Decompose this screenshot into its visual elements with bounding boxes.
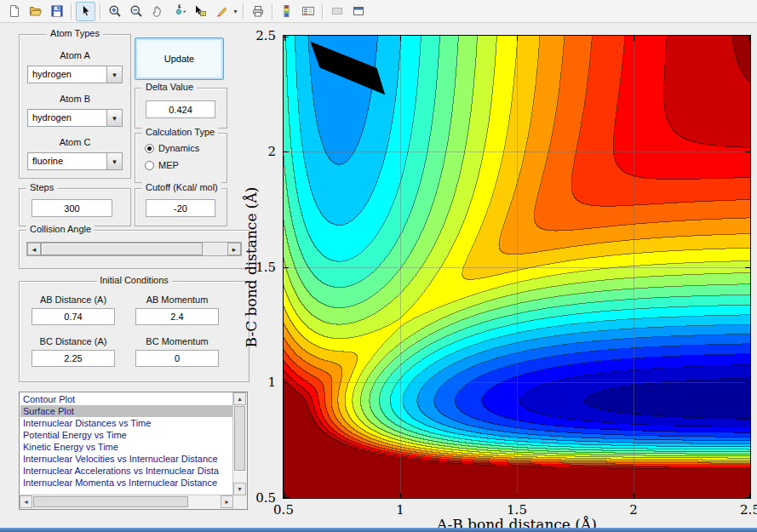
y-tick-label: 1	[267, 375, 276, 390]
y-tick-label: 0.5	[255, 490, 276, 506]
calculation-type-title: Calculation Type	[142, 127, 218, 137]
insert-legend-button[interactable]	[298, 2, 318, 21]
contour-plot-canvas[interactable]	[284, 36, 750, 498]
delta-value-title: Delta Value	[142, 82, 197, 92]
radio-mep-label: MEP	[158, 160, 179, 170]
atom-b-value: hydrogen	[28, 110, 106, 126]
slider-left-arrow[interactable]	[27, 243, 41, 255]
list-item[interactable]: Kinetic Energy vs Time	[20, 441, 232, 453]
disabled-tool-icon	[330, 4, 344, 18]
application-window: Atom Types Atom A hydrogen Atom B hydrog…	[0, 0, 757, 532]
arrow-cursor-icon	[79, 4, 93, 18]
collision-angle-title: Collision Angle	[26, 224, 95, 234]
plot-type-listbox: Contour Plot Surface Plot Internuclear D…	[19, 392, 248, 510]
collision-angle-slider[interactable]	[26, 242, 242, 256]
brush-button[interactable]	[211, 2, 231, 21]
slider-right-arrow[interactable]	[227, 243, 241, 255]
ab-distance-label: AB Distance (A)	[32, 295, 115, 305]
ab-momentum-label: AB Momentum	[135, 295, 219, 305]
zoom-out-button[interactable]	[126, 2, 146, 21]
bc-momentum-label: BC Momentum	[135, 336, 219, 346]
data-cursor-button[interactable]	[190, 2, 209, 21]
list-item[interactable]: Contour Plot	[20, 393, 232, 405]
horizontal-scroll-thumb[interactable]	[33, 496, 188, 507]
save-floppy-icon	[50, 4, 64, 18]
toolbar	[0, 0, 757, 23]
radio-dynamics[interactable]: Dynamics	[145, 143, 199, 153]
steps-title: Steps	[26, 182, 57, 192]
atom-types-panel-title: Atom Types	[47, 28, 103, 38]
horizontal-scrollbar[interactable]	[20, 495, 233, 509]
chevron-down-icon[interactable]	[106, 66, 122, 83]
toolbar-separator	[71, 3, 72, 20]
delta-value-input[interactable]: 0.424	[146, 100, 215, 118]
data-cursor-icon	[193, 4, 207, 18]
insert-colorbar-button[interactable]	[277, 2, 296, 21]
y-axis-label: B-C bond distance (Å)	[243, 187, 260, 348]
radio-mep[interactable]: MEP	[145, 160, 179, 170]
new-document-icon	[8, 4, 21, 18]
pan-button[interactable]	[147, 2, 167, 21]
ab-momentum-input[interactable]: 2.4	[135, 308, 219, 325]
atom-a-value: hydrogen	[28, 66, 106, 83]
dock-window-icon	[352, 4, 365, 18]
atom-c-label: Atom C	[20, 137, 130, 147]
list-item-selected[interactable]: Surface Plot	[20, 405, 232, 417]
open-file-button[interactable]	[26, 2, 45, 21]
calculation-type-panel: Calculation Type Dynamics MEP	[135, 133, 227, 183]
save-figure-button[interactable]	[47, 2, 66, 21]
brush-icon	[215, 4, 228, 18]
radio-dynamics-circle[interactable]	[145, 144, 154, 153]
print-button[interactable]	[248, 2, 267, 21]
select-arrow-button[interactable]	[76, 2, 95, 21]
slider-thumb[interactable]	[41, 243, 203, 255]
list-item[interactable]: Potential Energy vs Time	[20, 429, 232, 441]
list-item[interactable]: Internuclear Momenta vs Internuclear Dis…	[20, 477, 232, 489]
plot-type-list-items: Contour Plot Surface Plot Internuclear D…	[20, 393, 232, 495]
dock-figure-button[interactable]	[348, 2, 368, 21]
radio-dynamics-label: Dynamics	[158, 143, 199, 153]
radio-mep-circle[interactable]	[145, 161, 154, 170]
cutoff-input[interactable]: -20	[146, 199, 215, 217]
legend-icon	[301, 4, 315, 18]
atom-b-dropdown[interactable]: hydrogen	[27, 109, 123, 127]
brush-dropdown-caret[interactable]	[232, 2, 239, 21]
ab-distance-input[interactable]: 0.74	[32, 308, 115, 325]
atom-c-dropdown[interactable]: fluorine	[27, 152, 123, 170]
list-item[interactable]: Internuclear Accelerations vs Internucle…	[20, 465, 232, 477]
pan-hand-icon	[151, 4, 164, 18]
scroll-left-arrow[interactable]	[20, 495, 32, 508]
toolbar-separator	[322, 3, 323, 20]
initial-conditions-title: Initial Conditions	[96, 275, 172, 285]
steps-panel: Steps 300	[19, 188, 131, 226]
bc-momentum-input[interactable]: 0	[135, 350, 219, 367]
list-item[interactable]: Internuclear Velocities vs Internuclear …	[20, 453, 232, 465]
steps-input[interactable]: 300	[32, 199, 112, 217]
atom-types-panel: Atom Types Atom A hydrogen Atom B hydrog…	[19, 34, 131, 179]
printer-icon	[251, 4, 265, 18]
cutoff-title: Cutoff (Kcal/ mol)	[142, 182, 221, 192]
rotate-3d-button[interactable]	[169, 2, 188, 21]
collision-angle-panel: Collision Angle	[19, 230, 249, 269]
atom-a-dropdown[interactable]: hydrogen	[27, 66, 123, 83]
list-item[interactable]: Internuclear Distances vs Time	[20, 417, 232, 429]
zoom-in-button[interactable]	[105, 2, 124, 21]
update-button[interactable]: Update	[135, 37, 224, 80]
atom-c-value: fluorine	[28, 153, 106, 169]
chevron-down-icon[interactable]	[106, 153, 122, 169]
disabled-tool-button	[327, 2, 347, 21]
bc-distance-label: BC Distance (A)	[32, 336, 115, 346]
new-figure-button[interactable]	[4, 2, 24, 21]
rotate-3d-icon	[172, 4, 186, 18]
toolbar-separator	[243, 3, 244, 20]
atom-a-label: Atom A	[20, 50, 130, 60]
open-folder-icon	[29, 4, 43, 18]
window-bottom-edge	[0, 528, 757, 532]
initial-conditions-panel: Initial Conditions AB Distance (A) AB Mo…	[19, 281, 249, 382]
zoom-in-icon	[108, 4, 122, 18]
y-tick-label: 2	[267, 144, 276, 159]
bc-distance-input[interactable]: 2.25	[32, 350, 115, 367]
chevron-down-icon[interactable]	[106, 110, 122, 126]
scroll-right-arrow[interactable]	[221, 495, 233, 508]
colorbar-icon	[280, 4, 294, 18]
